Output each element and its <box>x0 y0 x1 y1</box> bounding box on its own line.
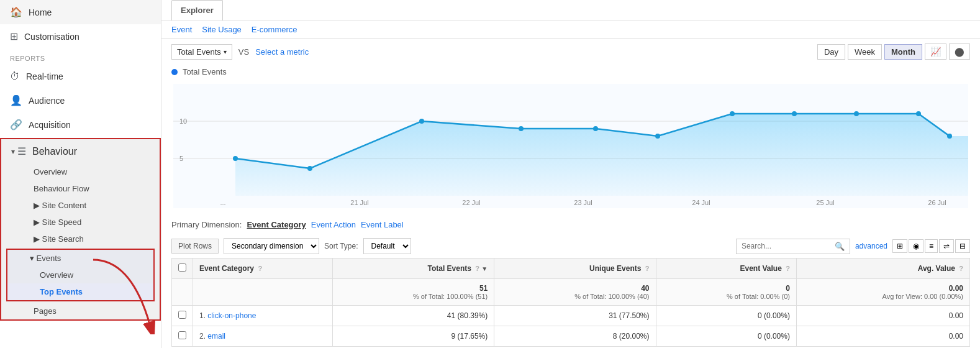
sidebar-item-site-content[interactable]: ▶ Site Content <box>1 197 160 214</box>
sidebar-item-events[interactable]: ▾ Events <box>7 250 153 267</box>
sidebar-item-acquisition[interactable]: 🔗 Acquisition <box>0 112 161 137</box>
th-unique-events: Unique Events ? <box>494 259 656 279</box>
help-icon[interactable]: ? <box>258 265 262 272</box>
sidebar-item-site-speed[interactable]: ▶ Site Speed <box>1 214 160 231</box>
sidebar-item-top-events[interactable]: Top Events <box>7 283 153 300</box>
svg-point-10 <box>519 126 524 131</box>
sidebar-site-speed-label: ▶ Site Speed <box>34 218 81 227</box>
pie-chart-btn[interactable]: ⬤ <box>949 44 970 60</box>
sidebar-item-audience[interactable]: 👤 Audience <box>0 88 161 112</box>
svg-text:25 Jul: 25 Jul <box>816 199 834 206</box>
sidebar-item-site-search[interactable]: ▶ Site Search <box>1 231 160 247</box>
svg-point-16 <box>916 111 921 116</box>
svg-point-12 <box>655 134 660 139</box>
sidebar-item-pages[interactable]: Pages <box>1 303 160 319</box>
time-controls: Day Week Month 📈 ⬤ <box>817 44 970 60</box>
row2-category-cell: 2. email <box>193 326 333 347</box>
metric-dropdown[interactable]: Total Events ▾ <box>171 44 232 60</box>
svg-text:5: 5 <box>179 155 183 162</box>
comparison-view-btn[interactable]: ⇌ <box>939 239 954 253</box>
svg-text:24 Jul: 24 Jul <box>692 199 710 206</box>
th-avg-value: Avg. Value ? <box>796 259 969 279</box>
total-unique-cell: 40 % of Total: 100.00% (40) <box>494 279 656 306</box>
help-icon-2[interactable]: ? <box>475 265 479 272</box>
search-input[interactable] <box>742 242 835 250</box>
table-row: 2. email 9 (17.65%) 8 (20.00%) 0 (0.00%)… <box>172 326 970 347</box>
time-btn-day[interactable]: Day <box>817 44 845 60</box>
reports-section-label: REPORTS <box>0 48 161 65</box>
subtab-ecommerce[interactable]: E-commerce <box>252 25 297 34</box>
row2-checkbox[interactable] <box>178 331 186 339</box>
row2-avg-value-cell: 0.00 <box>796 326 969 347</box>
advanced-link[interactable]: advanced <box>855 242 887 250</box>
chart-area: 10 5 ... <box>161 79 980 215</box>
sidebar-item-overview[interactable]: Overview <box>1 163 160 180</box>
sidebar-item-customisation[interactable]: ⊞ Customisation <box>0 24 161 48</box>
total-category-cell <box>193 279 333 306</box>
th-checkbox <box>172 259 193 279</box>
sidebar-home-label: Home <box>29 7 52 17</box>
search-icon[interactable]: 🔍 <box>835 242 845 251</box>
dim-event-label[interactable]: Event Label <box>361 220 404 229</box>
sidebar-site-search-label: ▶ Site Search <box>34 234 84 244</box>
line-chart: 10 5 ... <box>171 84 970 208</box>
time-btn-week[interactable]: Week <box>848 44 882 60</box>
total-event-value-cell: 0 % of Total: 0.00% (0) <box>656 279 796 306</box>
subtab-event[interactable]: Event <box>171 25 192 34</box>
svg-point-14 <box>792 111 797 116</box>
row1-checkbox[interactable] <box>178 311 186 319</box>
svg-text:...: ... <box>220 199 225 206</box>
legend-dot <box>171 69 178 75</box>
sidebar-item-behaviour[interactable]: ▾ ☰ Behaviour <box>1 139 160 163</box>
primary-dimension-bar: Primary Dimension: Event Category Event … <box>161 215 980 234</box>
row2-category-link[interactable]: email <box>207 332 225 341</box>
tab-explorer[interactable]: Explorer <box>171 0 223 21</box>
sidebar-item-events-overview[interactable]: Overview <box>7 267 153 283</box>
row1-total-events-cell: 41 (80.39%) <box>332 306 494 326</box>
sort-type-select[interactable]: Default <box>363 238 411 254</box>
main-content: Explorer Event Site Usage E-commerce Tot… <box>161 0 980 348</box>
select-metric-link[interactable]: Select a metric <box>255 47 309 57</box>
pie-view-btn[interactable]: ◉ <box>909 239 923 253</box>
row1-avg-value-cell: 0.00 <box>796 306 969 326</box>
total-avg-value-cell: 0.00 Avg for View: 0.00 (0.00%) <box>796 279 969 306</box>
secondary-dimension-select[interactable]: Secondary dimension <box>224 238 319 254</box>
row1-category-cell: 1. click-on-phone <box>193 306 333 326</box>
time-btn-month[interactable]: Month <box>884 44 922 60</box>
svg-text:21 Jul: 21 Jul <box>350 199 368 206</box>
table-row: 1. click-on-phone 41 (80.39%) 31 (77.50%… <box>172 306 970 326</box>
help-icon-4[interactable]: ? <box>786 265 790 272</box>
svg-point-11 <box>593 126 598 131</box>
sidebar-item-home[interactable]: 🏠 Home <box>0 0 161 24</box>
svg-point-17 <box>947 134 952 139</box>
help-icon-5[interactable]: ? <box>959 265 963 272</box>
help-icon-3[interactable]: ? <box>645 265 650 272</box>
sort-type-label: Sort Type: <box>324 242 358 250</box>
subtab-bar: Event Site Usage E-commerce <box>161 21 980 39</box>
plot-rows-button[interactable]: Plot Rows <box>171 239 219 254</box>
pivot-view-btn[interactable]: ⊟ <box>955 239 970 253</box>
row2-total-events-cell: 9 (17.65%) <box>332 326 494 347</box>
table-view-btn[interactable]: ⊞ <box>892 239 907 253</box>
expand-icon: ▾ <box>11 147 15 156</box>
total-events-cell: 51 % of Total: 100.00% (51) <box>332 279 494 306</box>
th-event-value: Event Value ? <box>656 259 796 279</box>
realtime-icon: ⏱ <box>10 71 20 82</box>
th-event-category: Event Category ? <box>193 259 333 279</box>
svg-point-13 <box>730 111 735 116</box>
select-all-checkbox[interactable] <box>178 263 186 272</box>
dim-event-category[interactable]: Event Category <box>247 220 306 229</box>
performance-view-btn[interactable]: ≡ <box>925 239 938 253</box>
line-chart-btn[interactable]: 📈 <box>925 44 946 60</box>
row2-unique-events-cell: 8 (20.00%) <box>494 326 656 347</box>
sidebar-item-realtime[interactable]: ⏱ Real-time <box>0 65 161 88</box>
row1-category-link[interactable]: click-on-phone <box>207 311 256 320</box>
home-icon: 🏠 <box>10 6 22 18</box>
dim-event-action[interactable]: Event Action <box>311 220 356 229</box>
subtab-site-usage[interactable]: Site Usage <box>202 25 242 34</box>
svg-text:26 Jul: 26 Jul <box>928 199 946 206</box>
audience-icon: 👤 <box>10 94 22 106</box>
data-table-container: Event Category ? Total Events ? ▼ Unique… <box>161 258 980 347</box>
table-total-row: 51 % of Total: 100.00% (51) 40 % of Tota… <box>172 279 970 306</box>
sidebar-item-behaviour-flow[interactable]: Behaviour Flow <box>1 180 160 197</box>
